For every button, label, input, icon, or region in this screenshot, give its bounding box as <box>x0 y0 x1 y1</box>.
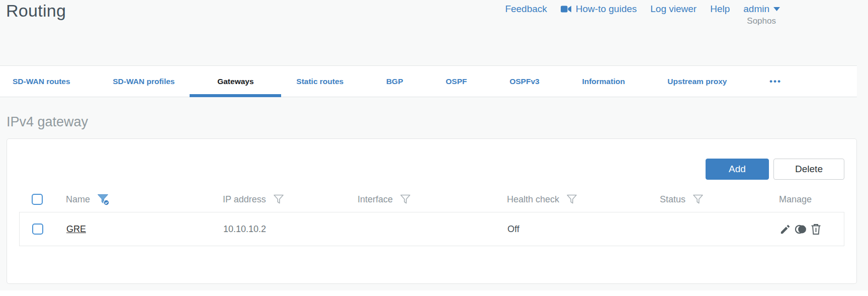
tab-ospf[interactable]: OSPF <box>446 66 467 97</box>
howto-guides-link[interactable]: How-to guides <box>561 4 637 15</box>
page-title: Routing <box>6 0 66 23</box>
column-header-status: Status <box>660 194 685 205</box>
table-row: GRE 10.10.10.2 Off <box>20 212 844 246</box>
tab-sd-wan-routes[interactable]: SD-WAN routes <box>13 66 70 97</box>
trash-icon <box>811 224 821 235</box>
tab-ospfv3[interactable]: OSPFv3 <box>509 66 539 97</box>
tab-static-routes[interactable]: Static routes <box>296 66 343 97</box>
tab-gateways[interactable]: Gateways <box>217 66 253 97</box>
clone-icon <box>795 224 807 235</box>
column-header-name: Name <box>66 194 90 205</box>
health-check-filter-icon[interactable] <box>566 194 578 205</box>
toolbar: Add Delete <box>706 159 844 180</box>
tab-bar: SD-WAN routes SD-WAN profiles Gateways S… <box>0 65 857 97</box>
column-header-interface: Interface <box>358 194 393 205</box>
gateway-ip-cell: 10.10.10.2 <box>223 224 358 235</box>
top-nav: Feedback How-to guides Log viewer Help a… <box>505 4 780 15</box>
table-header-row: Name IP address Interface <box>19 187 844 212</box>
tab-upstream-proxy[interactable]: Upstream proxy <box>667 66 727 97</box>
gateway-name-link[interactable]: GRE <box>66 224 86 234</box>
tab-information[interactable]: Information <box>582 66 625 97</box>
gateway-health-check-cell: Off <box>507 224 660 235</box>
brand-label: Sophos <box>747 16 776 26</box>
row-checkbox[interactable] <box>32 224 43 235</box>
videocam-icon <box>561 5 571 13</box>
status-filter-icon[interactable] <box>692 194 704 205</box>
column-header-health-check: Health check <box>507 194 559 205</box>
section-heading: IPv4 gateway <box>7 114 88 130</box>
table-body: GRE 10.10.10.2 Off <box>19 212 844 246</box>
log-viewer-link[interactable]: Log viewer <box>650 4 697 15</box>
help-link[interactable]: Help <box>710 4 730 15</box>
gateway-table: Name IP address Interface <box>19 187 844 246</box>
user-menu-label: admin <box>743 4 769 15</box>
next-section-strip <box>0 290 868 296</box>
column-header-ip: IP address <box>223 194 266 205</box>
ipv4-gateway-card: Add Delete Name IP address <box>7 138 857 284</box>
manage-cell <box>779 224 844 235</box>
edit-pencil-icon <box>779 224 791 235</box>
tab-bgp[interactable]: BGP <box>386 66 403 97</box>
delete-row-button[interactable] <box>811 224 821 235</box>
tab-sd-wan-profiles[interactable]: SD-WAN profiles <box>113 66 175 97</box>
interface-filter-icon[interactable] <box>399 194 411 205</box>
column-header-manage: Manage <box>779 194 812 205</box>
feedback-link[interactable]: Feedback <box>505 4 547 15</box>
clone-button[interactable] <box>795 224 807 235</box>
more-tabs-icon[interactable]: ••• <box>769 77 782 87</box>
edit-button[interactable] <box>779 224 791 235</box>
delete-button[interactable]: Delete <box>773 159 844 180</box>
caret-down-icon <box>773 7 780 11</box>
howto-guides-label: How-to guides <box>576 4 637 15</box>
name-filter-active-icon[interactable] <box>97 193 110 206</box>
select-all-checkbox[interactable] <box>32 194 43 205</box>
ip-filter-icon[interactable] <box>273 194 285 205</box>
add-button[interactable]: Add <box>706 159 769 180</box>
user-menu[interactable]: admin <box>743 4 780 15</box>
